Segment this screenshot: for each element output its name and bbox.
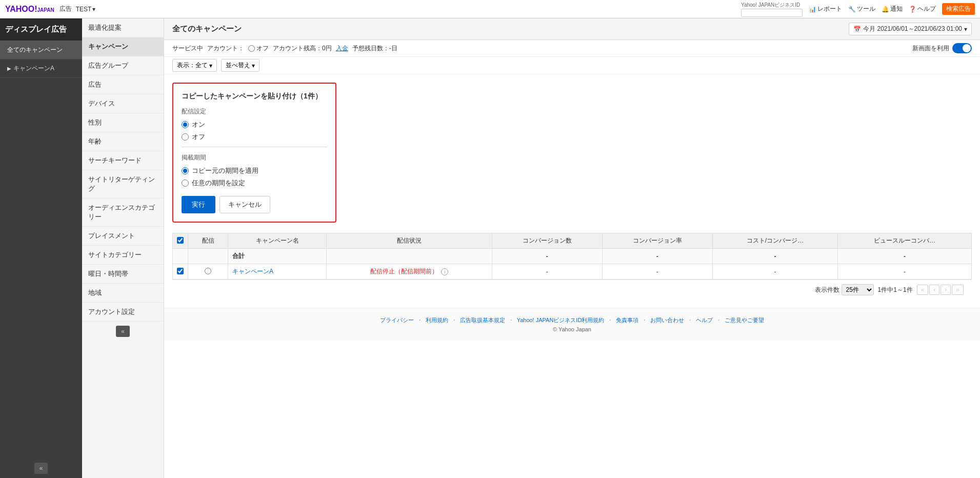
new-screen-toggle: 新画面を利用 bbox=[912, 43, 972, 53]
total-checkbox-cell bbox=[173, 249, 188, 264]
off-radio-label[interactable]: オフ bbox=[248, 44, 269, 53]
chevron-down-icon: ▾ bbox=[209, 62, 212, 69]
charge-link[interactable]: 入金 bbox=[336, 44, 348, 53]
apply-source-period-option[interactable]: コピー元の期間を適用 bbox=[182, 166, 327, 175]
copyright: © Yahoo Japan bbox=[172, 326, 972, 332]
calendar-icon: 📅 bbox=[853, 26, 861, 33]
campaigns-table-container: 配信 キャンペーン名 配信状況 コンバージョン数 コンバージョン率 コスト/コン… bbox=[172, 233, 972, 280]
left-nav-gender[interactable]: 性別 bbox=[82, 113, 164, 132]
custom-period-option[interactable]: 任意の期間を設定 bbox=[182, 178, 327, 188]
header-conversions: コンバージョン数 bbox=[492, 233, 602, 249]
period-label: 掲載期間 bbox=[182, 153, 327, 162]
sidebar: ディスプレイ広告 全てのキャンペーン ▶ キャンペーンA « bbox=[0, 18, 82, 478]
date-range-picker[interactable]: 📅 今月 2021/06/01～2021/06/23 01:00 ▾ bbox=[849, 23, 972, 35]
per-page-dropdown[interactable]: 25件 50件 100件 bbox=[842, 284, 874, 295]
pagination-bar: 表示件数 25件 50件 100件 1件中1～1件 « ‹ › bbox=[172, 280, 972, 300]
left-nav-optimization[interactable]: 最適化提案 bbox=[82, 18, 164, 37]
sidebar-header: ディスプレイ広告 bbox=[0, 18, 82, 41]
new-screen-toggle-switch[interactable] bbox=[952, 43, 972, 53]
ad-label: 広告 bbox=[59, 5, 72, 13]
left-nav-area[interactable]: 地域 bbox=[82, 284, 164, 303]
per-page-select: 表示件数 25件 50件 100件 bbox=[815, 284, 874, 295]
footer-contact-link[interactable]: お問い合わせ bbox=[650, 316, 684, 324]
row-checkbox[interactable] bbox=[177, 268, 184, 274]
display-filter-btn[interactable]: 表示：全て ▾ bbox=[172, 59, 217, 72]
period-radio-group: コピー元の期間を適用 任意の期間を設定 bbox=[182, 166, 327, 188]
status-bar-left: サービス中 アカウント： オフ アカウント残高：0円 入金 予想残日数：-日 bbox=[172, 44, 397, 53]
balance-label: アカウント残高：0円 bbox=[273, 44, 332, 53]
search-ad-button[interactable]: 検索広告 bbox=[942, 3, 975, 15]
biz-id-input[interactable] bbox=[741, 9, 803, 17]
left-nav-site-retargeting[interactable]: サイトリターゲティング bbox=[82, 170, 164, 198]
total-row: 合計 - - - - bbox=[173, 249, 972, 264]
tools-btn[interactable]: 🔧 ツール bbox=[848, 5, 875, 13]
left-nav-ad[interactable]: 広告 bbox=[82, 75, 164, 94]
tools-icon: 🔧 bbox=[848, 6, 856, 13]
main-content: コピーしたキャンペーンを貼り付け（1件） 配信設定 オン オフ bbox=[164, 74, 980, 308]
apply-source-period-radio[interactable] bbox=[182, 167, 189, 174]
total-delivery-cell bbox=[188, 249, 228, 264]
off-radio[interactable] bbox=[248, 45, 255, 52]
chart-icon: 📊 bbox=[809, 6, 816, 13]
next-page-button[interactable]: › bbox=[941, 285, 951, 295]
header-campaign-name: キャンペーン名 bbox=[228, 233, 327, 249]
copy-paste-title: コピーしたキャンペーンを貼り付け（1件） bbox=[182, 92, 327, 101]
campaign-name-link[interactable]: キャンペーンA bbox=[232, 268, 273, 275]
first-page-button[interactable]: « bbox=[917, 285, 929, 295]
left-nav-search-keyword[interactable]: サーチキーワード bbox=[82, 151, 164, 170]
delivery-radio-group: オン オフ bbox=[182, 120, 327, 142]
left-nav-collapse-button[interactable]: « bbox=[116, 326, 130, 337]
row-cost-per-conv: - bbox=[712, 264, 837, 280]
prev-page-button[interactable]: ‹ bbox=[929, 285, 939, 295]
select-all-checkbox[interactable] bbox=[177, 237, 184, 244]
sort-btn[interactable]: 並べ替え ▾ bbox=[221, 59, 259, 72]
sidebar-collapse-button[interactable]: « bbox=[34, 463, 48, 474]
last-page-button[interactable]: » bbox=[952, 285, 964, 295]
sidebar-bottom: « bbox=[0, 459, 82, 478]
header-checkbox-cell bbox=[173, 233, 188, 249]
delivery-on-option[interactable]: オン bbox=[182, 120, 327, 129]
delivery-on-radio[interactable] bbox=[182, 121, 189, 128]
footer-terms-link[interactable]: 利用規約 bbox=[426, 316, 448, 324]
account-label: アカウント： bbox=[207, 44, 244, 53]
test-label[interactable]: TEST ▾ bbox=[76, 6, 96, 13]
footer-feedback-link[interactable]: ご意見やご要望 bbox=[725, 316, 764, 324]
left-nav-audience-category[interactable]: オーディエンスカテゴリー bbox=[82, 198, 164, 227]
left-nav-day-time[interactable]: 曜日・時間帯 bbox=[82, 265, 164, 284]
sidebar-item-all-campaigns[interactable]: 全てのキャンペーン bbox=[0, 41, 82, 59]
left-nav-placement[interactable]: プレイスメント bbox=[82, 227, 164, 246]
custom-period-radio[interactable] bbox=[182, 180, 189, 187]
execute-button[interactable]: 実行 bbox=[182, 196, 215, 213]
delivery-off-radio[interactable] bbox=[182, 133, 189, 141]
total-conversions: - bbox=[492, 249, 602, 264]
row-view-conv: - bbox=[838, 264, 972, 280]
left-nav-age[interactable]: 年齢 bbox=[82, 132, 164, 151]
sidebar-item-campaign-a[interactable]: ▶ キャンペーンA bbox=[0, 59, 82, 78]
page-header: 全てのキャンペーン 📅 今月 2021/06/01～2021/06/23 01:… bbox=[164, 18, 980, 40]
notification-btn[interactable]: 🔔 通知 bbox=[882, 5, 903, 13]
total-conv-rate: - bbox=[602, 249, 712, 264]
report-btn[interactable]: 📊 レポート bbox=[809, 5, 842, 13]
per-page-label: 表示件数 bbox=[815, 286, 839, 294]
main-layout: ディスプレイ広告 全てのキャンペーン ▶ キャンペーンA « 最適化提案 キャン… bbox=[0, 18, 980, 478]
delivery-status-text: 配信停止（配信期間前） bbox=[370, 268, 438, 275]
footer-disclaimer-link[interactable]: 免責事項 bbox=[616, 316, 638, 324]
footer-help-link[interactable]: ヘルプ bbox=[696, 316, 713, 324]
cancel-button[interactable]: キャンセル bbox=[219, 196, 270, 213]
left-nav-ad-group[interactable]: 広告グループ bbox=[82, 56, 164, 75]
footer-ad-rules-link[interactable]: 広告取扱基本規定 bbox=[460, 316, 505, 324]
help-btn[interactable]: ❓ ヘルプ bbox=[909, 5, 936, 13]
left-nav-campaign[interactable]: キャンペーン bbox=[82, 37, 164, 56]
chevron-down-icon: ▾ bbox=[92, 6, 95, 13]
delivery-off-option[interactable]: オフ bbox=[182, 132, 327, 142]
footer-privacy-link[interactable]: プライバシー bbox=[380, 316, 414, 324]
delivery-status-info-icon[interactable]: i bbox=[441, 268, 448, 275]
row-delivery-radio[interactable] bbox=[205, 268, 211, 274]
header-cost-per-conv: コスト/コンバージ… bbox=[712, 233, 837, 249]
left-nav-device[interactable]: デバイス bbox=[82, 94, 164, 113]
footer-biz-id-terms-link[interactable]: Yahoo! JAPANビジネスID利用規約 bbox=[517, 316, 605, 324]
biz-id-section: Yahoo! JAPANビジネスID bbox=[741, 2, 803, 17]
row-delivery-status-cell: 配信停止（配信期間前） i bbox=[327, 264, 492, 280]
left-nav-site-category[interactable]: サイトカテゴリー bbox=[82, 246, 164, 265]
left-nav-account-settings[interactable]: アカウント設定 bbox=[82, 303, 164, 322]
